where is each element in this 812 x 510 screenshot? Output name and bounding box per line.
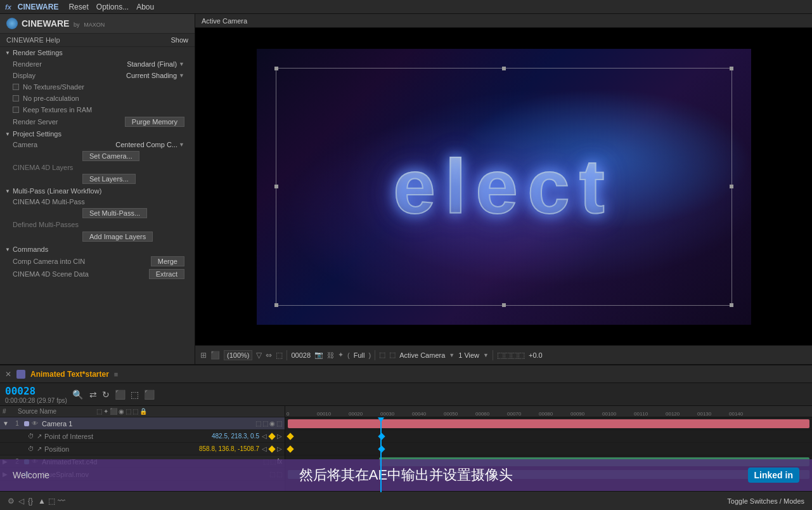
menu-options[interactable]: Options...: [96, 3, 129, 11]
set-layers-row: Set Layers...: [0, 173, 195, 185]
set-layers-button[interactable]: Set Layers...: [82, 174, 136, 184]
track-1-eye[interactable]: 👁: [32, 420, 39, 427]
defined-multipasses-label: Defined Multi-Passes: [13, 221, 79, 228]
comp-color-box: [16, 370, 25, 379]
sub2-diamond[interactable]: [268, 445, 275, 452]
sub1-curve[interactable]: ↗: [37, 433, 42, 440]
menu-reset[interactable]: Reset: [68, 3, 88, 11]
toggle-icon-1[interactable]: ⬚: [48, 497, 55, 506]
multipass-section[interactable]: ▼ Multi-Pass (Linear Workflow): [0, 185, 195, 197]
ctrl-icon-1[interactable]: ⇄: [88, 388, 98, 401]
search-icon[interactable]: 🔍: [72, 389, 83, 400]
no-precalc-checkbox[interactable]: [13, 95, 19, 101]
ctrl-icon-5[interactable]: ⬛: [143, 388, 156, 401]
view-count[interactable]: 1 View: [458, 351, 479, 359]
subtitle-text: 然后将其在AE中输出并设置摄像头: [299, 466, 513, 485]
timeline-ruler: 0 00010 00020 00030 00040 00050 00060 00…: [285, 406, 812, 417]
sub1-diamond[interactable]: [268, 433, 275, 440]
t1-icon2: ⬚: [262, 420, 268, 427]
ctrl-icons: ⇄ ↻ ⬛ ⬚ ⬛: [88, 388, 156, 401]
welcome-text: Welcome: [13, 470, 49, 480]
camera-bar[interactable]: [288, 419, 809, 428]
col-icons-group: ⬚ ✦ ⬛ ◉ ⬚ ⬚ 🔒: [96, 408, 160, 415]
renderer-value[interactable]: Standard (Final) ▼: [127, 60, 184, 68]
track-1-sub1[interactable]: ⏱ ↗ Point of Interest 482.5, 218.3, 0.5 …: [0, 430, 285, 443]
t1-icon4: ⬚: [276, 420, 282, 427]
preview-icon-1[interactable]: ⊞: [200, 351, 207, 360]
playhead-marker: [378, 417, 384, 422]
track-1-expand[interactable]: ▼: [3, 420, 10, 427]
menu-bar: Reset Options... Abou: [68, 3, 154, 11]
purge-memory-button[interactable]: Purge Memory: [125, 117, 184, 127]
keyframe-poi-end[interactable]: [378, 433, 385, 440]
preview-icon-2[interactable]: ⬛: [210, 351, 220, 360]
menu-about[interactable]: Abou: [136, 3, 154, 11]
commands-triangle: ▼: [5, 247, 10, 252]
sub1-keyframe-right[interactable]: ▷: [277, 433, 282, 440]
display-row: Display Current Shading ▼: [0, 70, 195, 81]
sub2-keyframe-left[interactable]: ◁: [262, 445, 267, 452]
keyframe-poi-start[interactable]: [287, 433, 293, 440]
camera-dropdown-footer[interactable]: ▼: [449, 352, 454, 358]
preview-icon-5[interactable]: ⬚: [276, 351, 283, 360]
close-icon[interactable]: ✕: [5, 370, 11, 379]
preview-icon-3[interactable]: ▽: [256, 351, 262, 360]
export-icons[interactable]: ⬚⬚⬚⬚: [497, 351, 525, 360]
set-multipass-button[interactable]: Set Multi-Pass...: [82, 208, 147, 218]
playhead[interactable]: [380, 417, 382, 492]
active-camera-footer[interactable]: Active Camera: [399, 351, 445, 359]
no-textures-checkbox[interactable]: [13, 84, 19, 90]
add-image-layers-button[interactable]: Add Image Layers: [82, 232, 153, 242]
c4d-layers-row: CINEMA 4D Layers: [0, 162, 195, 173]
preview-footer: ⊞ ⬛ (100%) ▽ ⇔ ⬚ 00028 📷 ⛓ ✦ ( Full ) ⬚ …: [195, 345, 812, 364]
bottom-status: ⚙ ◁ {} ▲ ⬚ 〰 Toggle Switches / Modes: [0, 491, 812, 510]
status-icon-3[interactable]: {}: [28, 497, 33, 506]
render-settings-section[interactable]: ▼ Render Settings: [0, 47, 195, 58]
sub1-keyframe-left[interactable]: ◁: [262, 433, 267, 440]
ctrl-icon-3[interactable]: ⬛: [113, 388, 127, 401]
t1-icon3: ◉: [269, 420, 275, 427]
comp-name: Animated Text*starter: [30, 370, 109, 379]
toggle-up-arrow[interactable]: ▲: [38, 497, 46, 506]
view-count-dropdown[interactable]: ▼: [483, 352, 489, 358]
ruler-mark-11: 00110: [634, 411, 648, 417]
toggle-icon-2[interactable]: 〰: [58, 497, 65, 506]
sub2-curve[interactable]: ↗: [37, 445, 42, 452]
camera-value[interactable]: Centered Comp C... ▼: [115, 141, 184, 148]
merge-button[interactable]: Merge: [151, 256, 184, 266]
ctrl-icon-4[interactable]: ⬚: [129, 388, 140, 401]
cineware-name-text: CINEWARE: [22, 18, 69, 29]
project-settings-section[interactable]: ▼ Project Settings: [0, 128, 195, 140]
left-panel: CINEWARE by MAXON CINEWARE Help Show ▼ R…: [0, 14, 195, 364]
comp-camera-row: Comp Camera into CIN Merge: [0, 255, 195, 268]
cineware-help-label: CINEWARE Help: [6, 36, 60, 44]
ruler-mark-14: 00140: [729, 411, 743, 417]
preview-canvas[interactable]: elect: [195, 28, 812, 345]
track-1-sub2[interactable]: ⏱ ↗ Position 858.8, 136.8, -1508.7 ◁ ▷: [0, 443, 285, 455]
sub2-keyframe-right[interactable]: ▷: [277, 445, 282, 452]
sub2-stopwatch[interactable]: ⏱: [28, 445, 34, 452]
quality-value[interactable]: Full: [354, 351, 365, 359]
multipass-cinema-row: CINEMA 4D Multi-Pass: [0, 197, 195, 207]
display-value[interactable]: Current Shading ▼: [126, 72, 184, 79]
keep-textures-checkbox[interactable]: [13, 107, 19, 113]
keyframe-pos-start[interactable]: [287, 445, 293, 452]
camera-label: Camera: [13, 141, 37, 148]
linkedin-badge[interactable]: Linked in: [748, 468, 799, 483]
preview-icon-4[interactable]: ⇔: [266, 351, 272, 360]
quality-label[interactable]: (: [347, 351, 350, 359]
track-1-icons: ⬚ ⬚ ◉ ⬚: [255, 420, 282, 427]
ctrl-icon-2[interactable]: ↻: [101, 388, 111, 401]
sub1-stopwatch[interactable]: ⏱: [28, 433, 34, 440]
commands-section[interactable]: ▼ Commands: [0, 244, 195, 255]
status-icon-2[interactable]: ◁: [18, 497, 24, 506]
zoom-level[interactable]: (100%): [224, 350, 252, 360]
extract-button[interactable]: Extract: [149, 269, 184, 279]
track-row-1[interactable]: ▼ 1 👁 Camera 1 ⬚ ⬚ ◉ ⬚: [0, 417, 285, 430]
display-label: Display: [13, 72, 35, 79]
status-icon-1[interactable]: ⚙: [8, 497, 15, 506]
keyframe-pos-end[interactable]: [378, 445, 385, 452]
show-btn[interactable]: Show: [171, 36, 188, 44]
set-camera-button[interactable]: Set Camera...: [82, 151, 139, 161]
toggle-switches-label: Toggle Switches / Modes: [727, 497, 804, 505]
